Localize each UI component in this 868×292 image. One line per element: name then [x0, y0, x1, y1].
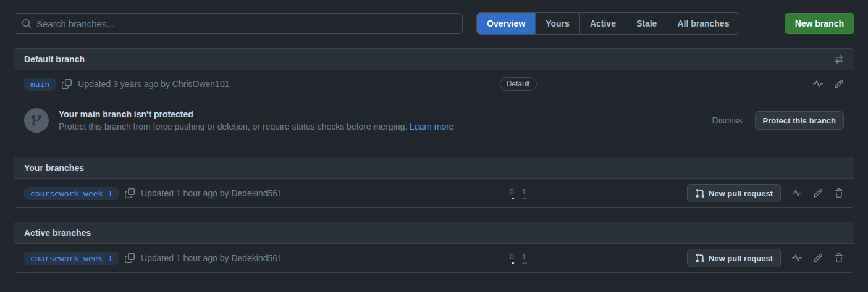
protect-this-branch-button[interactable]: Protect this branch	[755, 111, 844, 130]
protection-banner-title: Your main branch isn't protected	[59, 109, 454, 119]
branch-row-coursework-week-1: coursework-week-1 Updated 1 hour ago by …	[14, 179, 854, 207]
your-branches-card: Your branches coursework-week-1 Updated …	[14, 157, 854, 208]
branch-updated-meta: Updated 1 hour ago by Dedekind561	[141, 253, 282, 263]
tab-stale[interactable]: Stale	[626, 13, 667, 34]
change-default-branch-icon[interactable]	[834, 54, 844, 64]
branch-updated-meta: Updated 1 hour ago by Dedekind561	[141, 188, 282, 198]
default-branch-header: Default branch	[14, 49, 854, 70]
section-title: Your branches	[24, 163, 84, 173]
behind-count: 0	[510, 188, 514, 196]
tab-active[interactable]: Active	[579, 13, 626, 34]
behind-bar	[512, 198, 514, 199]
branch-row-coursework-week-1: coursework-week-1 Updated 1 hour ago by …	[14, 244, 854, 272]
branch-row-main: main Updated 3 years ago by ChrisOwen101…	[14, 70, 854, 98]
active-branches-card: Active branches coursework-week-1 Update…	[14, 222, 854, 273]
behind-bar	[512, 262, 514, 264]
behind-count: 0	[510, 252, 514, 261]
ahead-behind-widget: 0 1	[500, 188, 537, 199]
branch-link[interactable]: coursework-week-1	[24, 252, 119, 265]
protection-banner-description-text: Protect this branch from force pushing o…	[59, 122, 407, 131]
copy-branch-name-icon[interactable]	[125, 188, 135, 198]
tab-all-branches[interactable]: All branches	[667, 13, 739, 34]
ahead-behind-widget: 0 1	[500, 252, 537, 264]
new-pull-request-label: New pull request	[709, 254, 773, 263]
default-branch-card: Default branch main Updated 3 years ago …	[14, 48, 854, 143]
search-branches-box[interactable]	[14, 13, 463, 34]
new-pull-request-label: New pull request	[709, 189, 773, 198]
protection-banner-description: Protect this branch from force pushing o…	[59, 122, 454, 131]
ahead-count: 1	[522, 188, 526, 196]
search-icon	[22, 19, 32, 28]
your-branches-header: Your branches	[14, 157, 854, 179]
delete-branch-icon[interactable]	[834, 253, 844, 263]
copy-branch-name-icon[interactable]	[125, 253, 135, 263]
branch-filter-tabs: Overview Yours Active Stale All branches	[476, 12, 739, 35]
default-badge: Default	[500, 77, 537, 91]
git-pull-request-icon	[695, 253, 705, 263]
copy-branch-name-icon[interactable]	[62, 79, 72, 89]
branch-protection-banner: Your main branch isn't protected Protect…	[14, 98, 854, 143]
activity-icon[interactable]	[792, 188, 802, 198]
ahead-bar	[522, 262, 527, 264]
activity-icon[interactable]	[813, 79, 823, 89]
tab-yours[interactable]: Yours	[535, 13, 579, 34]
rename-branch-icon[interactable]	[813, 253, 823, 263]
search-branches-input[interactable]	[36, 19, 455, 29]
new-pull-request-button[interactable]: New pull request	[687, 184, 781, 202]
tab-overview[interactable]: Overview	[477, 13, 535, 34]
dismiss-button[interactable]: Dismiss	[712, 115, 743, 125]
activity-icon[interactable]	[792, 253, 802, 263]
active-branches-header: Active branches	[14, 222, 854, 244]
delete-branch-icon[interactable]	[834, 188, 844, 198]
branch-link[interactable]: coursework-week-1	[24, 187, 119, 200]
section-title: Default branch	[24, 54, 85, 64]
rename-branch-icon[interactable]	[834, 79, 844, 89]
branch-link[interactable]: main	[24, 78, 56, 91]
branch-updated-meta: Updated 3 years ago by ChrisOwen101	[78, 79, 229, 89]
branches-toolbar: Overview Yours Active Stale All branches…	[14, 12, 854, 35]
learn-more-link[interactable]: Learn more	[410, 122, 454, 131]
git-branch-icon	[24, 108, 49, 133]
ahead-bar	[522, 198, 527, 199]
new-pull-request-button[interactable]: New pull request	[687, 249, 781, 267]
section-title: Active branches	[24, 228, 91, 238]
ahead-count: 1	[522, 252, 526, 261]
git-pull-request-icon	[695, 188, 705, 198]
new-branch-button[interactable]: New branch	[785, 13, 854, 34]
rename-branch-icon[interactable]	[813, 188, 823, 198]
